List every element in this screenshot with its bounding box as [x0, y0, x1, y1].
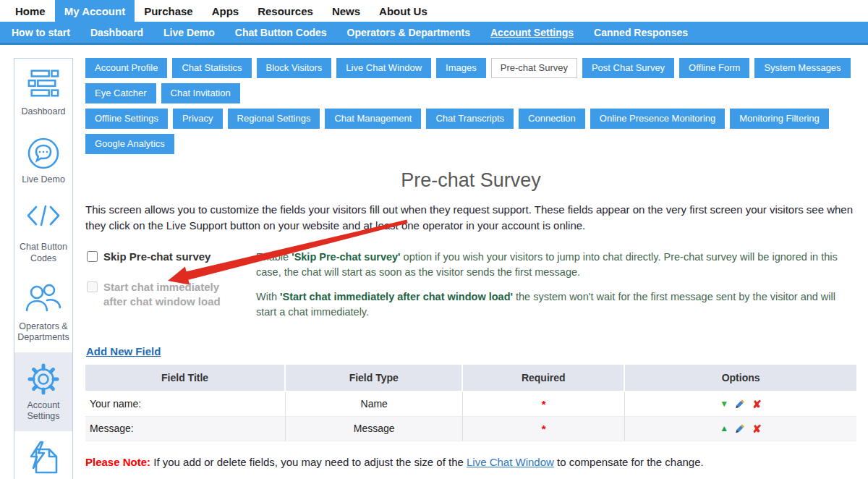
- table-header-row: Field Title Field Type Required Options: [85, 365, 856, 392]
- page-body: Dashboard Live Demo: [0, 45, 868, 479]
- subnav-chat-button-codes[interactable]: Chat Button Codes: [225, 22, 337, 43]
- tab-images[interactable]: Images: [436, 58, 486, 78]
- nav-apps[interactable]: Apps: [203, 0, 249, 22]
- subnav-canned-responses[interactable]: Canned Responses: [584, 22, 698, 43]
- start-chat-checkbox[interactable]: [87, 281, 98, 292]
- tab-pre-chat-survey[interactable]: Pre-chat Survey: [491, 58, 577, 78]
- column-header-options: Options: [625, 365, 856, 392]
- field-title-cell: Message:: [85, 417, 286, 441]
- primary-nav: Home My Account Purchase Apps Resources …: [0, 0, 868, 22]
- options-cell: ▲ ✘: [625, 417, 856, 441]
- sidebar: Dashboard Live Demo: [14, 58, 73, 479]
- start-help-text: With 'Start chat immediately after chat …: [256, 289, 856, 320]
- tab-online-presence-monitoring[interactable]: Online Presence Monitoring: [590, 109, 725, 129]
- settings-tabs-row1: Account Profile Chat Statistics Block Vi…: [85, 58, 856, 109]
- table-row: Message: Message * ▲: [85, 417, 856, 441]
- tab-eye-catcher[interactable]: Eye Catcher: [85, 83, 156, 103]
- sidebar-item-canned-responses[interactable]: Canned Responses: [14, 431, 72, 479]
- tab-live-chat-window[interactable]: Live Chat Window: [336, 58, 431, 78]
- table-row: Your name: Name * ▼: [85, 392, 856, 417]
- nav-my-account[interactable]: My Account: [55, 0, 135, 22]
- sidebar-item-dashboard[interactable]: Dashboard: [14, 59, 72, 127]
- prechat-options: Skip Pre-chat survey Start chat immediat…: [85, 250, 856, 329]
- subnav-dashboard[interactable]: Dashboard: [80, 22, 153, 43]
- skip-help-text: Enable 'Skip Pre-chat survey' option if …: [256, 250, 856, 280]
- subnav-live-demo[interactable]: Live Demo: [153, 22, 225, 43]
- tab-offline-form[interactable]: Offline Form: [679, 58, 749, 78]
- tab-chat-management[interactable]: Chat Management: [325, 109, 421, 129]
- tab-chat-invitation[interactable]: Chat Invitation: [161, 83, 240, 103]
- live-chat-window-link[interactable]: Live Chat Window: [467, 456, 554, 468]
- account-subnav: How to start Dashboard Live Demo Chat Bu…: [0, 22, 868, 45]
- prechat-fields-table: Field Title Field Type Required Options …: [85, 365, 856, 441]
- nav-resources[interactable]: Resources: [248, 0, 323, 22]
- sidebar-item-chat-button-codes[interactable]: Chat Button Codes: [14, 194, 72, 273]
- sidebar-item-label: Operators & Departments: [17, 321, 70, 344]
- tab-privacy[interactable]: Privacy: [173, 109, 223, 129]
- sidebar-item-label: Live Demo: [17, 174, 70, 186]
- sidebar-item-label: Chat Button Codes: [17, 242, 70, 264]
- live-demo-icon: [17, 136, 70, 171]
- gear-icon: [17, 362, 70, 397]
- move-up-icon[interactable]: ▲: [720, 424, 728, 433]
- subnav-operators-departments[interactable]: Operators & Departments: [337, 22, 480, 43]
- please-note-prefix: Please Note:: [85, 456, 150, 468]
- subnav-account-settings[interactable]: Account Settings: [480, 22, 584, 43]
- sidebar-item-live-demo[interactable]: Live Demo: [14, 127, 72, 195]
- options-cell: ▼ ✘: [625, 392, 856, 417]
- tab-block-visitors[interactable]: Block Visitors: [257, 58, 332, 78]
- sidebar-item-label: Dashboard: [17, 106, 70, 118]
- required-asterisk: *: [542, 423, 546, 435]
- column-header-field-title: Field Title: [85, 365, 286, 392]
- sidebar-item-operators-departments[interactable]: Operators & Departments: [14, 274, 72, 352]
- add-new-field-link[interactable]: Add New Field: [86, 345, 161, 357]
- required-asterisk: *: [542, 398, 546, 410]
- subnav-how-to-start[interactable]: How to start: [1, 22, 80, 43]
- edit-icon[interactable]: [735, 398, 746, 410]
- nav-about-us[interactable]: About Us: [370, 0, 437, 22]
- column-header-field-type: Field Type: [286, 365, 463, 392]
- start-chat-row: Start chat immediately after chat window…: [85, 280, 239, 310]
- tab-google-analytics[interactable]: Google Analytics: [85, 134, 174, 154]
- dashboard-icon: [17, 68, 70, 103]
- settings-tabs-row2: Offline Settings Privacy Regional Settin…: [85, 109, 856, 159]
- start-chat-label: Start chat immediately after chat window…: [103, 280, 239, 310]
- field-type-cell: Message: [286, 417, 463, 441]
- required-cell: *: [463, 392, 625, 417]
- please-note-text: Please Note: If you add or delete fields…: [85, 456, 856, 468]
- skip-prechat-label[interactable]: Skip Pre-chat survey: [103, 250, 210, 264]
- sidebar-item-account-settings[interactable]: Account Settings: [14, 352, 72, 431]
- field-title-cell: Your name:: [85, 392, 286, 417]
- delete-icon[interactable]: ✘: [752, 423, 762, 434]
- tab-account-profile[interactable]: Account Profile: [85, 58, 167, 78]
- delete-icon[interactable]: ✘: [752, 399, 762, 410]
- main-panel: Account Profile Chat Statistics Block Vi…: [85, 58, 856, 468]
- nav-home[interactable]: Home: [6, 0, 55, 22]
- lightning-page-icon: [17, 441, 70, 475]
- help-column: Enable 'Skip Pre-chat survey' option if …: [256, 250, 856, 329]
- edit-icon[interactable]: [735, 423, 746, 434]
- nav-news[interactable]: News: [323, 0, 370, 22]
- tab-post-chat-survey[interactable]: Post Chat Survey: [582, 58, 674, 78]
- code-icon: [17, 203, 70, 238]
- column-header-required: Required: [463, 365, 625, 392]
- tab-regional-settings[interactable]: Regional Settings: [228, 109, 320, 129]
- skip-prechat-checkbox[interactable]: [87, 251, 98, 262]
- tab-connection[interactable]: Connection: [519, 109, 585, 129]
- required-cell: *: [463, 417, 625, 441]
- move-down-icon[interactable]: ▼: [720, 399, 728, 408]
- tab-chat-transcripts[interactable]: Chat Transcripts: [426, 109, 514, 129]
- skip-prechat-row: Skip Pre-chat survey: [85, 250, 239, 264]
- tab-system-messages[interactable]: System Messages: [754, 58, 850, 78]
- tab-monitoring-filtering[interactable]: Monitoring Filtering: [730, 109, 829, 129]
- checkbox-column: Skip Pre-chat survey Start chat immediat…: [85, 250, 239, 329]
- people-icon: [17, 283, 70, 318]
- sidebar-item-label: Account Settings: [17, 400, 70, 423]
- nav-purchase[interactable]: Purchase: [135, 0, 203, 22]
- intro-text: This screen allows you to customize the …: [85, 202, 856, 234]
- page-title: Pre-chat Survey: [85, 169, 856, 192]
- tab-offline-settings[interactable]: Offline Settings: [85, 109, 168, 129]
- tab-chat-statistics[interactable]: Chat Statistics: [172, 58, 251, 78]
- field-type-cell: Name: [286, 392, 463, 417]
